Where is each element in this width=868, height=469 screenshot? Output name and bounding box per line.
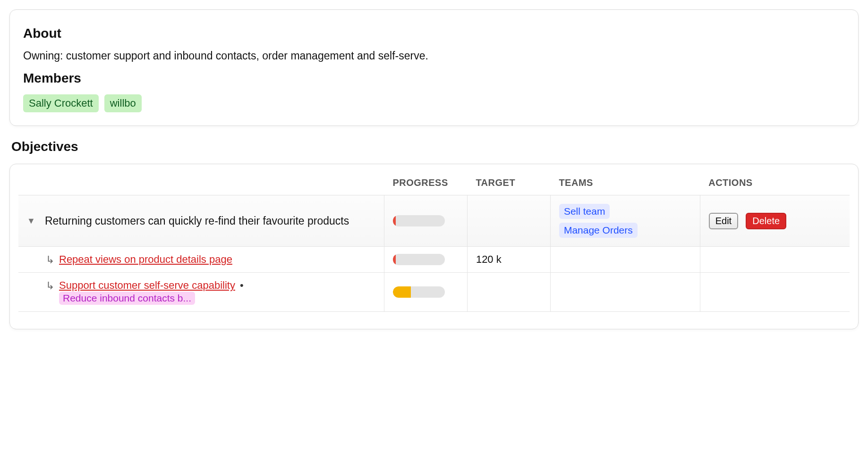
- key-result-row: ↳ Repeat views on product details page 1…: [18, 247, 850, 273]
- objective-row: ▼ Returning customers can quickly re-fin…: [18, 195, 850, 247]
- col-target-header: Target: [467, 171, 550, 195]
- col-teams-header: Teams: [550, 171, 700, 195]
- col-actions-header: Actions: [700, 171, 850, 195]
- objectives-card: Progress Target Teams Actions ▼ Returnin…: [9, 164, 859, 329]
- members-list: Sally Crockett willbo: [23, 94, 845, 112]
- teams-cell: [550, 247, 700, 273]
- team-chip[interactable]: Manage Orders: [559, 223, 638, 238]
- about-heading: About: [23, 26, 845, 41]
- objectives-heading: Objectives: [11, 139, 859, 154]
- about-card: About Owning: customer support and inbou…: [9, 9, 859, 126]
- progress-fill: [393, 286, 411, 298]
- target-cell: 120 k: [467, 247, 550, 273]
- progress-pill: [393, 254, 445, 265]
- col-name-header: [18, 171, 384, 195]
- caret-down-icon[interactable]: ▼: [27, 216, 35, 226]
- objective-title: Returning customers can quickly re-find …: [45, 215, 349, 227]
- members-heading: Members: [23, 71, 845, 86]
- actions-cell: [700, 273, 850, 312]
- edit-button[interactable]: Edit: [709, 213, 738, 229]
- target-cell: [467, 195, 550, 247]
- key-result-link[interactable]: Support customer self-serve capability: [59, 279, 235, 291]
- col-progress-header: Progress: [384, 171, 467, 195]
- progress-fill: [393, 215, 396, 226]
- target-cell: [467, 273, 550, 312]
- child-arrow-icon: ↳: [46, 255, 54, 265]
- delete-button[interactable]: Delete: [746, 213, 786, 229]
- actions-cell: [700, 247, 850, 273]
- member-chip[interactable]: Sally Crockett: [23, 94, 99, 112]
- about-text: Owning: customer support and inbound con…: [23, 50, 845, 62]
- progress-pill: [393, 286, 445, 298]
- progress-fill: [393, 254, 396, 265]
- member-chip[interactable]: willbo: [104, 94, 142, 112]
- objectives-table: Progress Target Teams Actions ▼ Returnin…: [18, 171, 850, 312]
- key-result-row: ↳ Support customer self-serve capability…: [18, 273, 850, 312]
- key-result-tag[interactable]: Reduce inbound contacts b...: [59, 292, 195, 305]
- child-arrow-icon: ↳: [46, 281, 54, 291]
- separator-dot: •: [240, 279, 244, 291]
- progress-pill: [393, 215, 445, 226]
- teams-cell: [550, 273, 700, 312]
- key-result-link[interactable]: Repeat views on product details page: [59, 253, 232, 266]
- team-chip[interactable]: Sell team: [559, 204, 610, 219]
